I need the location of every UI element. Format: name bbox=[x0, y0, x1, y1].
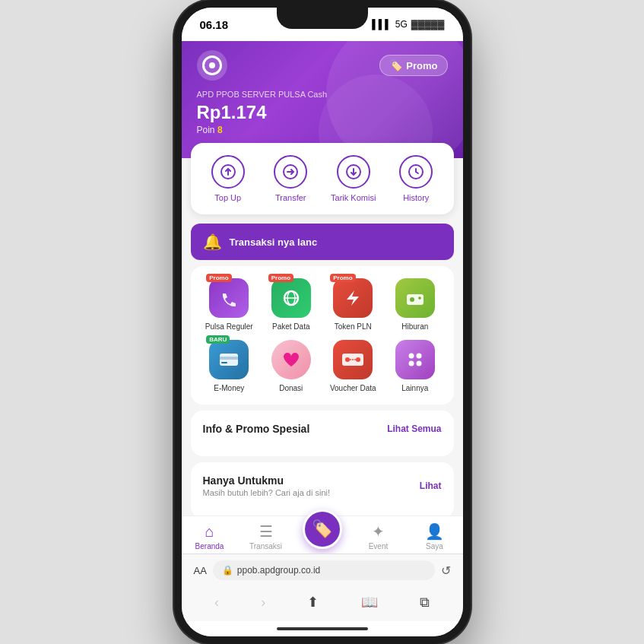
paket-label: Paket Data bbox=[272, 322, 309, 331]
donasi-icon-wrap bbox=[271, 340, 311, 379]
product-lainnya[interactable]: Lainnya bbox=[389, 340, 442, 392]
browser-bookmarks-btn[interactable]: 📖 bbox=[352, 591, 387, 614]
transfer-label: Transfer bbox=[275, 193, 306, 202]
logo-inner bbox=[202, 56, 222, 75]
notification-text: Transaksi nya lanc bbox=[230, 236, 442, 248]
home-bar bbox=[277, 627, 368, 630]
tarik-label: Tarik Komisi bbox=[331, 193, 376, 202]
beranda-icon: ⌂ bbox=[205, 523, 214, 541]
svg-point-8 bbox=[410, 297, 414, 302]
product-emoney[interactable]: BARU E-Money bbox=[203, 340, 256, 392]
event-icon: ✦ bbox=[372, 522, 385, 541]
home-indicator bbox=[182, 621, 463, 636]
topup-icon bbox=[211, 155, 245, 189]
status-time: 06.18 bbox=[200, 18, 229, 31]
product-donasi[interactable]: Donasi bbox=[265, 340, 318, 392]
browser-share-btn[interactable]: ⬆ bbox=[298, 591, 328, 614]
header-subtitle: APD PPOB SERVER PULSA Cash bbox=[197, 90, 448, 99]
phone-content[interactable]: 🏷️ Promo APD PPOB SERVER PULSA Cash Rp1.… bbox=[182, 41, 463, 516]
browser-forward-btn[interactable]: › bbox=[252, 592, 274, 614]
product-token[interactable]: Promo Token PLN bbox=[327, 278, 380, 331]
untukmu-header: Hanya Untukmu Masih butuh lebih? Cari aj… bbox=[203, 474, 442, 497]
pulsa-label: Pulsa Reguler bbox=[205, 322, 253, 331]
transaksi-label: Transaksi bbox=[249, 542, 282, 550]
topup-label: Top Up bbox=[214, 193, 241, 202]
svg-point-21 bbox=[416, 361, 421, 366]
untukmu-text-group: Hanya Untukmu Masih butuh lebih? Cari aj… bbox=[203, 474, 331, 497]
info-title: Info & Promo Spesial bbox=[203, 423, 310, 435]
nav-item-topup[interactable]: Top Up bbox=[197, 155, 260, 202]
browser-back-btn[interactable]: ‹ bbox=[205, 592, 228, 614]
phone-frame: 06.18 ▌▌▌ 5G ▓▓▓▓▓ 🏷️ Promo APD PPOB SER… bbox=[174, 0, 471, 644]
nav-event[interactable]: ✦ Event bbox=[351, 522, 407, 550]
untukmu-title: Hanya Untukmu bbox=[203, 474, 331, 487]
hiburan-icon-wrap bbox=[395, 278, 435, 318]
event-label: Event bbox=[369, 542, 389, 550]
header-section: 🏷️ Promo APD PPOB SERVER PULSA Cash Rp1.… bbox=[182, 41, 463, 158]
svg-point-19 bbox=[416, 354, 421, 359]
status-bar: 06.18 ▌▌▌ 5G ▓▓▓▓▓ bbox=[182, 8, 463, 41]
lainnya-icon-wrap bbox=[395, 340, 435, 379]
token-icon-wrap: Promo bbox=[333, 278, 373, 318]
svg-rect-13 bbox=[221, 362, 227, 363]
beranda-label: Beranda bbox=[195, 542, 224, 550]
nav-transaksi[interactable]: ☰ Transaksi bbox=[238, 522, 294, 550]
product-paket[interactable]: Promo Paket Data bbox=[265, 278, 318, 331]
promo-label: Promo bbox=[406, 60, 437, 71]
transaksi-icon: ☰ bbox=[259, 522, 273, 541]
nav-beranda[interactable]: ⌂ Beranda bbox=[182, 523, 238, 550]
product-voucher[interactable]: Voucher Data bbox=[327, 340, 380, 392]
paket-icon-wrap: Promo bbox=[271, 278, 311, 318]
browser-url-text: ppob.apdgroup.co.id bbox=[237, 565, 320, 576]
browser-url-field[interactable]: 🔒 ppob.apdgroup.co.id bbox=[213, 560, 435, 580]
points-label: Poin bbox=[197, 125, 215, 135]
transfer-icon bbox=[274, 155, 307, 189]
info-header: Info & Promo Spesial Lihat Semua bbox=[203, 423, 442, 435]
voucher-icon-wrap bbox=[333, 340, 373, 379]
nav-center[interactable]: 🏷️ bbox=[294, 525, 351, 549]
lainnya-label: Lainnya bbox=[401, 384, 428, 392]
nav-item-transfer[interactable]: Transfer bbox=[259, 155, 322, 202]
products-grid: Promo Pulsa Reguler Promo bbox=[203, 278, 442, 392]
svg-rect-12 bbox=[220, 357, 238, 360]
svg-rect-10 bbox=[419, 297, 420, 300]
logo-circle bbox=[197, 50, 227, 81]
pulsa-promo-tag: Promo bbox=[206, 274, 231, 282]
browser-aa-label[interactable]: AA bbox=[194, 565, 207, 576]
svg-point-20 bbox=[408, 361, 414, 366]
svg-point-16 bbox=[356, 357, 360, 362]
info-link[interactable]: Lihat Semua bbox=[387, 424, 441, 434]
nav-saya[interactable]: 👤 Saya bbox=[407, 522, 463, 550]
hiburan-label: Hiburan bbox=[401, 322, 428, 331]
voucher-label: Voucher Data bbox=[330, 384, 376, 392]
tarik-icon bbox=[337, 155, 370, 189]
nav-card: Top Up Transfer Tarik Ko bbox=[191, 143, 454, 214]
token-promo-tag: Promo bbox=[330, 274, 355, 282]
bell-icon: 🔔 bbox=[203, 233, 222, 251]
header-points: Poin 8 bbox=[197, 125, 448, 135]
notification-banner[interactable]: 🔔 Transaksi nya lanc bbox=[191, 224, 454, 260]
info-section: Info & Promo Spesial Lihat Semua bbox=[191, 411, 454, 456]
nav-item-tarik[interactable]: Tarik Komisi bbox=[322, 155, 385, 202]
product-pulsa[interactable]: Promo Pulsa Reguler bbox=[203, 278, 256, 331]
bottom-nav: ⌂ Beranda ☰ Transaksi 🏷️ ✦ Event 👤 Saya bbox=[182, 516, 463, 554]
promo-badge[interactable]: 🏷️ Promo bbox=[379, 55, 447, 76]
points-value: 8 bbox=[217, 125, 223, 135]
nav-item-history[interactable]: History bbox=[385, 155, 448, 202]
network-type: 5G bbox=[395, 19, 408, 30]
saya-label: Saya bbox=[426, 542, 443, 550]
history-icon bbox=[399, 155, 433, 189]
products-section: Promo Pulsa Reguler Promo bbox=[191, 266, 454, 404]
svg-point-15 bbox=[345, 357, 350, 362]
svg-point-18 bbox=[408, 354, 414, 359]
browser-refresh-btn[interactable]: ↺ bbox=[441, 563, 451, 578]
saya-icon: 👤 bbox=[425, 522, 444, 541]
promo-icon: 🏷️ bbox=[389, 59, 402, 71]
untukmu-link[interactable]: Lihat bbox=[420, 481, 442, 491]
browser-tabs-btn[interactable]: ⧉ bbox=[411, 592, 439, 614]
browser-actions: ‹ › ⬆ 📖 ⧉ bbox=[182, 586, 463, 621]
product-hiburan[interactable]: Hiburan bbox=[389, 278, 442, 331]
notch bbox=[277, 8, 368, 29]
emoney-icon-wrap: BARU bbox=[209, 340, 249, 379]
center-btn[interactable]: 🏷️ bbox=[303, 509, 342, 549]
